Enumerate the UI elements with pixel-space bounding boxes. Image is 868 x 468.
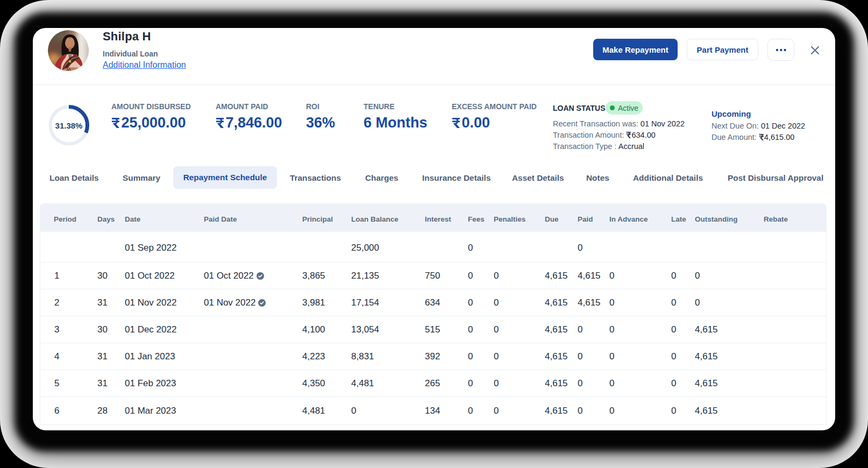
svg-text:31.38%: 31.38% [55, 121, 83, 130]
